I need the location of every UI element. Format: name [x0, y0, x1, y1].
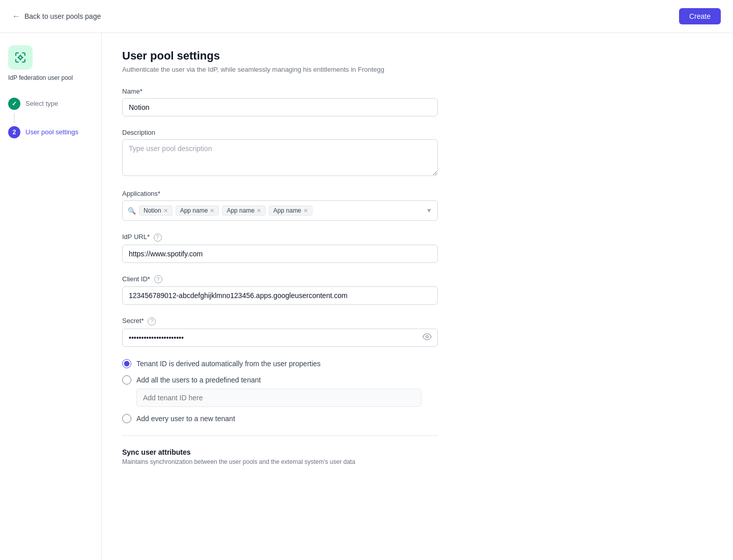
tenant-options-group: Tenant ID is derived automatically from …	[122, 359, 540, 423]
divider	[122, 435, 438, 436]
name-input[interactable]	[122, 98, 438, 116]
idp-url-input[interactable]	[122, 245, 438, 263]
radio-item-new[interactable]: Add every user to a new tenant	[122, 414, 540, 423]
back-label: Back to user pools page	[24, 12, 101, 20]
svg-point-1	[426, 335, 429, 338]
step-1-indicator: ✓	[8, 98, 20, 110]
name-label: Name*	[122, 87, 540, 95]
sidebar-step-2[interactable]: 2 User pool settings	[8, 123, 93, 141]
applications-field-group: Applications* 🔍 Notion ✕ App name ✕ App …	[122, 190, 540, 221]
secret-label: Secret* ?	[122, 317, 540, 326]
back-link[interactable]: ← Back to user pools page	[12, 12, 101, 21]
radio-item-predefined-wrapper: Add all the users to a predefined tenant	[122, 375, 540, 407]
client-id-label: Client ID* ?	[122, 275, 540, 284]
pool-type-icon-wrapper	[8, 45, 33, 70]
radio-new[interactable]	[122, 414, 131, 423]
app-tag-3-label: App name	[273, 207, 301, 214]
tenant-id-input[interactable]	[136, 389, 421, 407]
description-field-group: Description	[122, 129, 540, 178]
secret-input[interactable]	[122, 329, 438, 347]
app-tag-notion-label: Notion	[144, 207, 161, 214]
app-tag-notion-remove[interactable]: ✕	[163, 208, 168, 214]
idp-url-label: IdP URL* ?	[122, 233, 540, 242]
page-subtitle: Authenticate the user via the IdP, while…	[122, 66, 540, 73]
tenant-radio-group: Tenant ID is derived automatically from …	[122, 359, 540, 423]
back-arrow-icon: ←	[12, 12, 20, 21]
app-tag-notion: Notion ✕	[139, 205, 173, 216]
sync-attributes-row: Sync user attributes Maintains synchroni…	[122, 448, 438, 465]
radio-predefined-label: Add all the users to a predefined tenant	[136, 376, 261, 384]
federation-icon	[14, 51, 26, 64]
radio-item-auto[interactable]: Tenant ID is derived automatically from …	[122, 359, 540, 368]
tenant-id-input-wrapper	[136, 389, 540, 407]
idp-url-field-group: IdP URL* ?	[122, 233, 540, 263]
app-tag-3: App name ✕	[269, 205, 313, 216]
radio-auto-label: Tenant ID is derived automatically from …	[136, 360, 321, 368]
app-tag-2-label: App name	[227, 207, 255, 214]
step-2-indicator: 2	[8, 126, 20, 138]
idp-url-help-icon[interactable]: ?	[154, 233, 162, 242]
main-content: User pool settings Authenticate the user…	[102, 33, 560, 560]
secret-input-wrapper	[122, 329, 438, 347]
sync-title: Sync user attributes	[122, 448, 426, 456]
layout: IdP federation user pool ✓ Select type 2…	[0, 33, 733, 560]
app-tag-1-remove[interactable]: ✕	[210, 208, 214, 214]
create-button[interactable]: Create	[679, 8, 721, 24]
page-title: User pool settings	[122, 49, 540, 63]
description-label: Description	[122, 129, 540, 136]
client-id-field-group: Client ID* ?	[122, 275, 540, 305]
client-id-help-icon[interactable]: ?	[154, 275, 162, 283]
sidebar: IdP federation user pool ✓ Select type 2…	[0, 33, 102, 560]
step-connector	[14, 113, 15, 123]
app-tag-2: App name ✕	[222, 205, 266, 216]
applications-label: Applications*	[122, 190, 540, 197]
radio-item-predefined[interactable]: Add all the users to a predefined tenant	[122, 375, 540, 385]
applications-select[interactable]: 🔍 Notion ✕ App name ✕ App name ✕ App nam…	[122, 200, 438, 221]
radio-predefined[interactable]	[122, 375, 131, 385]
sync-info: Sync user attributes Maintains synchroni…	[122, 448, 426, 465]
client-id-input[interactable]	[122, 286, 438, 305]
secret-field-group: Secret* ?	[122, 317, 540, 347]
step-1-label: Select type	[25, 100, 58, 107]
search-icon: 🔍	[128, 207, 136, 215]
app-tag-2-remove[interactable]: ✕	[257, 208, 261, 214]
description-input[interactable]	[122, 139, 438, 176]
radio-new-label: Add every user to a new tenant	[136, 415, 235, 423]
pool-type-label: IdP federation user pool	[8, 74, 93, 82]
secret-help-icon[interactable]: ?	[148, 317, 156, 326]
chevron-down-icon: ▼	[426, 207, 432, 214]
header: ← Back to user pools page Create	[0, 0, 733, 33]
app-tag-1: App name ✕	[176, 205, 219, 216]
sync-desc: Maintains synchronization between the us…	[122, 458, 426, 465]
sidebar-step-1[interactable]: ✓ Select type	[8, 95, 93, 113]
toggle-secret-visibility-icon[interactable]	[422, 332, 432, 343]
app-tag-1-label: App name	[180, 207, 208, 214]
name-field-group: Name*	[122, 87, 540, 116]
radio-auto[interactable]	[122, 359, 131, 368]
app-tag-3-remove[interactable]: ✕	[303, 208, 308, 214]
step-2-label: User pool settings	[25, 128, 78, 136]
sidebar-steps: ✓ Select type 2 User pool settings	[8, 95, 93, 141]
